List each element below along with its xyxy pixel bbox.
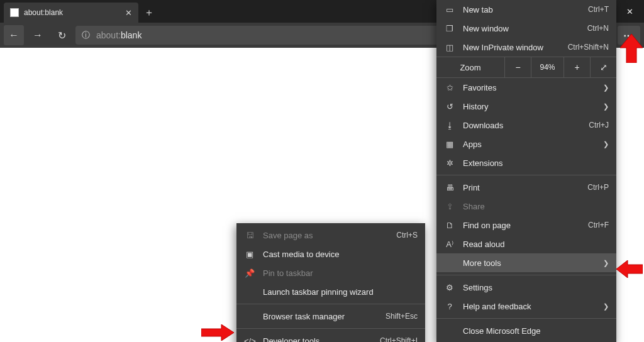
inprivate-icon: ◫ xyxy=(444,43,455,52)
menu-close-edge[interactable]: Close Microsoft Edge xyxy=(436,321,616,340)
menu-find[interactable]: 🗋 Find on page Ctrl+F xyxy=(436,216,616,234)
back-button[interactable]: ← xyxy=(4,25,24,45)
submenu-task-manager[interactable]: Browser task manager Shift+Esc xyxy=(236,307,425,326)
chevron-right-icon: ❯ xyxy=(603,102,609,111)
menu-downloads[interactable]: ⭳ Downloads Ctrl+J xyxy=(436,116,616,135)
url-text: about:blank xyxy=(96,30,142,40)
chevron-right-icon: ❯ xyxy=(603,140,609,148)
zoom-out-button[interactable]: − xyxy=(504,57,531,77)
new-tab-icon: ▭ xyxy=(444,5,455,14)
extensions-icon: ✲ xyxy=(444,158,455,168)
share-icon: ⇪ xyxy=(444,202,455,211)
zoom-row: Zoom − 94% + ⤢ xyxy=(436,57,616,78)
main-menu: ▭ New tab Ctrl+T ❐ New window Ctrl+N ◫ N… xyxy=(436,0,616,342)
site-info-icon[interactable]: ⓘ xyxy=(82,30,90,41)
submenu-cast[interactable]: ▣ Cast media to device xyxy=(236,245,425,263)
refresh-button[interactable]: ↻ xyxy=(52,25,72,45)
tab-title: about:blank xyxy=(24,8,120,17)
annotation-arrow xyxy=(620,34,643,65)
annotation-arrow xyxy=(616,260,643,280)
new-tab-button[interactable]: ＋ xyxy=(138,3,160,23)
read-aloud-icon: A⁾ xyxy=(444,240,455,249)
zoom-label: Zoom xyxy=(436,63,504,72)
browser-tab[interactable]: about:blank ✕ xyxy=(4,3,138,23)
history-icon: ↺ xyxy=(444,102,455,111)
find-icon: 🗋 xyxy=(444,221,455,230)
menu-separator xyxy=(436,175,616,175)
submenu-developer-tools[interactable]: </> Developer tools Ctrl+Shift+I xyxy=(236,331,425,342)
help-icon: ? xyxy=(444,302,455,311)
menu-more-tools[interactable]: More tools ❯ xyxy=(436,253,616,272)
print-icon: 🖶 xyxy=(444,183,455,192)
submenu-pin-wizard[interactable]: Launch taskbar pinning wizard xyxy=(236,282,425,301)
menu-print[interactable]: 🖶 Print Ctrl+P xyxy=(436,178,616,197)
submenu-save-page: 🖫 Save page as Ctrl+S xyxy=(236,226,425,245)
window-close-button[interactable]: ✕ xyxy=(615,0,644,23)
apps-icon: ▦ xyxy=(444,140,455,149)
annotation-arrow xyxy=(201,324,234,342)
menu-new-tab[interactable]: ▭ New tab Ctrl+T xyxy=(436,0,616,19)
forward-button[interactable]: → xyxy=(28,25,48,45)
page-icon xyxy=(10,8,19,17)
menu-read-aloud[interactable]: A⁾ Read aloud xyxy=(436,234,616,253)
menu-new-window[interactable]: ❐ New window Ctrl+N xyxy=(436,19,616,38)
menu-apps[interactable]: ▦ Apps ❯ xyxy=(436,135,616,153)
downloads-icon: ⭳ xyxy=(444,121,455,130)
fullscreen-button[interactable]: ⤢ xyxy=(590,57,616,77)
gear-icon: ⚙ xyxy=(444,283,455,292)
chevron-right-icon: ❯ xyxy=(603,259,609,267)
chevron-right-icon: ❯ xyxy=(603,302,609,311)
menu-separator xyxy=(436,275,616,275)
menu-new-inprivate[interactable]: ◫ New InPrivate window Ctrl+Shift+N xyxy=(436,38,616,57)
menu-separator xyxy=(236,328,425,329)
close-tab-icon[interactable]: ✕ xyxy=(125,8,132,18)
devtools-icon: </> xyxy=(244,336,255,343)
menu-history[interactable]: ↺ History ❯ xyxy=(436,97,616,116)
more-tools-submenu: 🖫 Save page as Ctrl+S ▣ Cast media to de… xyxy=(236,223,425,342)
menu-separator xyxy=(436,318,616,319)
menu-help[interactable]: ? Help and feedback ❯ xyxy=(436,297,616,316)
menu-settings[interactable]: ⚙ Settings xyxy=(436,278,616,297)
menu-separator xyxy=(236,304,425,304)
save-icon: 🖫 xyxy=(244,231,255,240)
cast-icon: ▣ xyxy=(244,250,255,259)
menu-extensions[interactable]: ✲ Extensions xyxy=(436,153,616,172)
chevron-right-icon: ❯ xyxy=(603,84,609,92)
menu-favorites[interactable]: ✩ Favorites ❯ xyxy=(436,78,616,97)
menu-share: ⇪ Share xyxy=(436,197,616,216)
zoom-in-button[interactable]: + xyxy=(564,57,590,77)
pin-icon: 📌 xyxy=(244,268,255,278)
favorites-icon: ✩ xyxy=(444,83,455,92)
new-window-icon: ❐ xyxy=(444,24,455,33)
zoom-value: 94% xyxy=(531,57,564,77)
submenu-pin: 📌 Pin to taskbar xyxy=(236,263,425,282)
